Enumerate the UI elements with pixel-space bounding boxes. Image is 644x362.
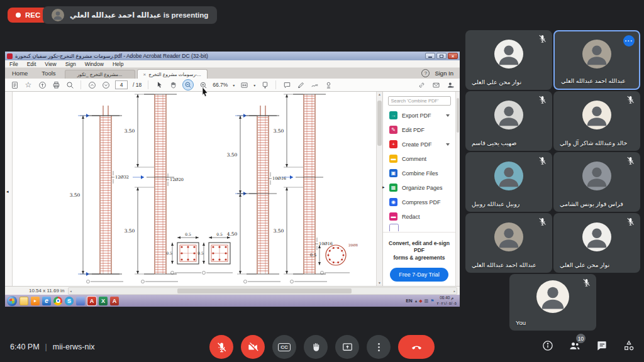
taskbar-app-icon[interactable]: X [99,297,108,305]
maximize-button[interactable] [436,53,447,59]
save-icon[interactable] [10,80,19,89]
participant-tile[interactable]: صهيب يحيى قاسم [465,91,552,151]
document-tab-active[interactable]: × رسومات مشروع التخرج-... [137,69,208,79]
menu-item[interactable]: Sign [61,61,80,67]
tool-item[interactable]: ◉ Compress PDF [383,195,455,209]
print-icon[interactable] [52,80,60,89]
taskbar-app-icon[interactable]: A [87,297,96,305]
more-options-button[interactable] [367,335,391,359]
zoom-caret-icon[interactable]: ▾ [233,83,235,87]
tools-search-input[interactable] [388,96,451,106]
language-indicator[interactable]: EN [406,298,412,304]
end-call-button[interactable] [398,335,435,359]
document-tab-inactive[interactable]: مشروع التخرج _تكور... [65,70,135,79]
menu-item[interactable]: View [40,61,60,67]
chevron-down-icon[interactable] [446,114,450,117]
taskbar-app-icon[interactable]: e [42,297,51,305]
star-icon[interactable]: ☆ [24,80,33,89]
scroll-right-icon[interactable]: ▸ [452,289,457,293]
tool-item[interactable]: ▬ Comment [383,151,455,166]
pen-icon[interactable] [296,80,305,89]
chat-button[interactable] [596,339,608,354]
present-button[interactable] [335,335,359,359]
info-button[interactable] [541,339,554,354]
free-trial-button[interactable]: Free 7-Day Trial [390,268,448,282]
tray-icon[interactable]: ▴ [415,299,418,303]
tool-protect-partial[interactable] [383,224,455,231]
fill-sign-icon[interactable] [310,80,319,89]
activities-button[interactable] [623,339,635,354]
tray-icon[interactable]: ⚑ [430,299,434,303]
menu-item[interactable]: Window [80,61,108,67]
taskbar-app-icon[interactable]: A [110,297,119,305]
stamp-icon[interactable] [324,80,333,89]
participant-tile[interactable]: ··· عبدالله احمد عبدالله العلي [553,30,640,90]
taskbar-app-icon[interactable]: S [65,297,74,305]
tab-tools[interactable]: Tools [35,69,62,79]
taskbar-clock[interactable]: 06:40 م ٢٠٢١/٠٥/٠٥ [436,295,457,305]
chevron-down-icon[interactable] [446,143,450,146]
taskbar-app-icon[interactable] [7,296,17,306]
previous-page-icon[interactable] [87,80,96,89]
taskbar-app-icon[interactable] [53,297,62,305]
zoom-level[interactable]: 66.7% [213,82,228,88]
tool-item[interactable]: ▬ Redact [383,209,455,224]
tool-item[interactable]: ▣ Combine Files [383,166,455,180]
tab-close-icon[interactable]: × [143,72,146,77]
page-display-icon[interactable] [260,80,269,89]
menu-item[interactable]: File [5,61,23,67]
participant-tile[interactable]: خالد وعبدالله شاكر آل والي [553,91,640,151]
tile-menu-button[interactable]: ··· [623,35,635,47]
captions-button[interactable]: CC [272,335,296,359]
tool-item[interactable]: ▦ Organize Pages [383,180,455,195]
page-number-input[interactable]: 4 [115,80,128,89]
panel-scrollbar-thumb[interactable] [457,98,459,133]
close-button[interactable]: × [448,53,458,59]
scrollbar-thumb[interactable] [177,288,352,293]
tab-home[interactable]: Home [5,69,35,79]
help-icon[interactable]: ? [421,69,430,77]
participant-tile[interactable]: عبدالله احمد عبدالله العلي [465,213,552,273]
participant-tile[interactable]: روبيل عبدالله روبيل [465,152,552,212]
share-person-icon[interactable] [446,80,455,89]
panel-collapse-icon[interactable]: ▸ [382,185,385,190]
participant-tile[interactable]: You [509,274,596,331]
participant-tile[interactable]: فراس فواز يونس الشامي [553,152,640,212]
scroll-up-icon[interactable]: ▲ [377,92,382,97]
scroll-left-icon[interactable]: ◂ [69,289,73,293]
sign-in-link[interactable]: Sign In [435,70,453,77]
mail-icon[interactable] [431,80,440,89]
vertical-scrollbar[interactable]: ▲ ▼ [376,92,382,286]
panel-scrollbar[interactable] [455,92,460,286]
tray-icon[interactable]: ▥ [425,299,429,303]
camera-button[interactable] [241,335,265,359]
tray-icon[interactable]: ◆ [419,299,422,303]
comment-icon[interactable] [282,80,291,89]
participant-tile[interactable]: نوار محن علي العلي [465,30,552,90]
taskbar-app-icon[interactable] [76,297,85,305]
next-page-icon[interactable] [101,80,110,89]
share-icon[interactable] [38,80,47,89]
left-panel-strip[interactable]: ◂ [5,92,13,286]
hand-tool-icon[interactable] [169,80,177,89]
fit-width-icon[interactable] [240,80,248,89]
left-collapse-icon[interactable]: ◂ [6,189,9,194]
zoom-out-button[interactable] [182,79,194,90]
participant-tile[interactable]: نوار محن علي العلي [553,213,640,273]
taskbar-app-icon[interactable]: ▸ [31,297,40,305]
scrollbar-thumb[interactable] [377,101,382,146]
select-tool-icon[interactable] [155,80,164,89]
hand-raise-button[interactable] [304,335,328,359]
tool-item[interactable]: → Export PDF [383,108,455,123]
minimize-button[interactable] [425,53,435,59]
tool-item[interactable]: ✎ Edit PDF [383,123,455,137]
people-button[interactable]: 10 [569,339,581,354]
mic-button[interactable] [209,335,233,359]
tool-item[interactable]: + Create PDF [383,137,455,151]
horizontal-scrollbar[interactable]: ◂ ▸ [68,287,457,295]
scroll-down-icon[interactable]: ▼ [377,280,382,286]
window-titlebar[interactable]: رسومات مشروع التخرج-تكور سفيان كنحورة.pd… [5,52,460,60]
link-icon[interactable] [417,80,426,89]
search-icon[interactable] [65,80,74,89]
pdf-page[interactable]: 3.5012Ø323.503.5012Ø203.504.5010Ø163.503… [13,92,376,286]
